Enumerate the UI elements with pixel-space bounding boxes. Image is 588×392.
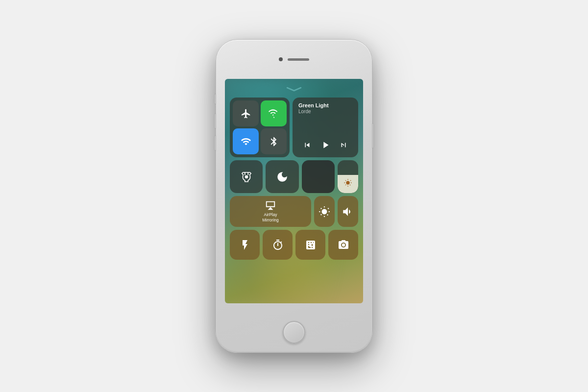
phone-screen: Green Light Lorde [225, 79, 363, 303]
camera-tile[interactable] [328, 230, 358, 260]
home-button[interactable] [283, 321, 305, 343]
brightness-icon [343, 178, 352, 189]
airplane-mode-button[interactable] [233, 100, 259, 126]
now-playing-info: Green Light Lorde [298, 102, 352, 114]
volume-tile[interactable] [338, 196, 358, 227]
iphone: Green Light Lorde [216, 39, 372, 353]
dark-tile[interactable] [302, 160, 335, 193]
play-button[interactable] [320, 140, 331, 152]
earpiece-speaker [288, 58, 309, 61]
svg-point-0 [245, 175, 248, 178]
rewind-button[interactable] [303, 141, 312, 151]
volume-up-button[interactable] [214, 113, 216, 129]
do-not-disturb-tile[interactable] [266, 160, 298, 193]
swipe-indicator [284, 86, 304, 93]
flashlight-tile[interactable] [230, 230, 260, 260]
airplay-label: AirPlay Mirroring [262, 212, 279, 223]
control-center-grid: Green Light Lorde [230, 98, 358, 260]
row-2 [230, 160, 358, 193]
fast-forward-button[interactable] [339, 141, 348, 151]
playback-controls [298, 140, 352, 152]
power-button[interactable] [372, 123, 374, 148]
svg-point-1 [342, 244, 344, 246]
volume-down-button[interactable] [214, 135, 216, 151]
calculator-tile[interactable] [295, 230, 325, 260]
orientation-lock-tile[interactable] [230, 160, 263, 193]
control-center: Green Light Lorde [225, 79, 363, 303]
bluetooth-button[interactable] [261, 128, 287, 154]
front-camera [279, 57, 283, 61]
timer-tile[interactable] [263, 230, 293, 260]
top-hardware [279, 57, 309, 61]
brightness-tile[interactable] [314, 196, 335, 227]
cellular-button[interactable] [261, 100, 287, 126]
track-title: Green Light [298, 102, 352, 108]
row-4 [230, 230, 358, 260]
now-playing-block: Green Light Lorde [293, 98, 358, 157]
row-1: Green Light Lorde [230, 98, 358, 157]
row-3: AirPlay Mirroring [230, 196, 358, 227]
brightness-slider[interactable] [338, 160, 358, 193]
phone-body: Green Light Lorde [216, 39, 372, 353]
wifi-button[interactable] [233, 128, 259, 154]
connectivity-block [230, 98, 290, 157]
airplay-mirroring-tile[interactable]: AirPlay Mirroring [230, 196, 311, 227]
track-artist: Lorde [298, 109, 352, 114]
silent-switch[interactable] [214, 94, 216, 104]
